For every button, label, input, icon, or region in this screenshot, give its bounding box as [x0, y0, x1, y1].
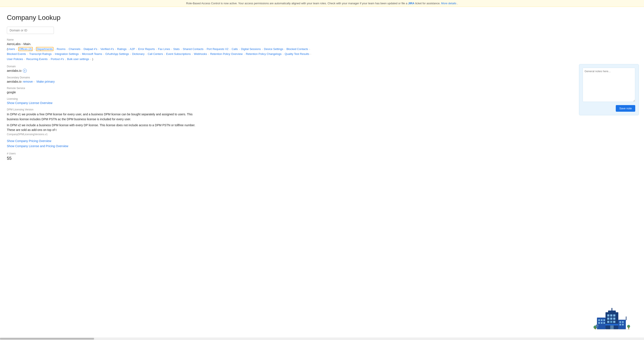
- save-note-button[interactable]: Save note: [616, 105, 635, 112]
- jira-link[interactable]: JIRA: [408, 2, 414, 5]
- remove-domain-link[interactable]: remove: [23, 80, 33, 83]
- nav-link-fax-lines[interactable]: Fax Lines: [158, 47, 170, 51]
- nav-link-oauthapp-settings[interactable]: OAuthApp Settings: [105, 52, 129, 55]
- show-license-pricing-link[interactable]: Show Company License and Pricing Overvie…: [7, 144, 314, 148]
- page-title: Company Lookup: [7, 14, 314, 21]
- name-label: Name: [7, 38, 314, 41]
- show-license-overview-link[interactable]: Show Company License Overview: [7, 101, 314, 105]
- nav-link-quality-test-results[interactable]: Quality Test Results: [285, 52, 309, 55]
- nav-link-calls[interactable]: Calls: [232, 47, 238, 51]
- notes-textarea[interactable]: [582, 68, 635, 102]
- show-pricing-overview-link[interactable]: Show Company Pricing Overview: [7, 139, 314, 143]
- nav-link-retention-policy-overview[interactable]: Retention Policy Overview: [210, 52, 243, 55]
- main-content: Company Lookup Name AeroLabs - Main. (Us…: [0, 7, 321, 168]
- search-input[interactable]: [7, 27, 54, 34]
- dpm-licensing-label: DPM Licensing Version: [7, 108, 314, 111]
- dpm-text-1: In DPM v1 we provide a free DPM license …: [7, 112, 199, 122]
- nav-link-ratings[interactable]: Ratings: [117, 47, 126, 51]
- nav-link-call-centers[interactable]: Call Centers: [148, 52, 163, 55]
- nav-link-shared-contacts[interactable]: Shared Contacts: [183, 47, 204, 51]
- company-name: AeroLabs - Main.: [7, 42, 314, 46]
- domain-text: aerolabs.io: [7, 69, 22, 72]
- dpm-version-tag: CompanyDPMLicensingVersions.v1: [7, 133, 314, 136]
- notes-panel: Save note: [579, 64, 639, 115]
- nav-link-device-settings[interactable]: Device Settings: [264, 47, 283, 51]
- more-details-link[interactable]: More details: [441, 2, 456, 5]
- users-label: # Users: [7, 152, 314, 155]
- nav-link-event-subscriptions[interactable]: Event Subscriptions: [166, 52, 191, 55]
- notification-banner: Role-Based Access Control is now active.…: [0, 0, 644, 7]
- banner-text: Role-Based Access Control is now active.…: [186, 2, 408, 5]
- nav-link-transcript-ratings[interactable]: Transcript Ratings: [29, 52, 52, 55]
- nav-link-rooms[interactable]: Rooms: [57, 47, 66, 51]
- nav-link-blocked-events[interactable]: Blocked Events: [7, 52, 26, 55]
- dpm-text-2: In DPM v2 we include a business DPM lice…: [7, 123, 199, 132]
- banner-middle-text: ticket for assistance.: [414, 2, 441, 5]
- nav-link-bulk-user-settings[interactable]: Bulk user settings: [67, 57, 89, 61]
- nav-link-a2p[interactable]: A2P: [130, 47, 135, 51]
- nav-link-dialpad-numbers[interactable]: Dialpad #'s: [84, 47, 97, 51]
- nav-link-departments[interactable]: Departments: [37, 47, 52, 51]
- nav-link-webhooks[interactable]: Webhooks: [194, 52, 207, 55]
- secondary-domain-row: aerolabs.ioremove · Make primary: [7, 80, 314, 83]
- nav-link-error-reports[interactable]: Error Reports: [138, 47, 155, 51]
- domain-label: Domain: [7, 65, 314, 68]
- nav-link-verified-numbers[interactable]: Verified #'s: [100, 47, 114, 51]
- nav-link-user-policies[interactable]: User Policies: [7, 57, 23, 61]
- nav-link-stats[interactable]: Stats: [173, 47, 180, 51]
- nav-link-blocked-contacts[interactable]: Blocked Contacts: [286, 47, 308, 51]
- nav-link-dictionary[interactable]: Dictionary: [132, 52, 144, 55]
- remote-service-label: Remote Service: [7, 87, 314, 90]
- users-count: 55: [7, 156, 314, 161]
- remote-service-value: google: [7, 91, 314, 94]
- nav-link-recurring-events[interactable]: Recurring Events: [26, 57, 48, 61]
- nav-link-retention-policy-changelogs[interactable]: Retention Policy Changelogs: [246, 52, 282, 55]
- licensing-label: Licensing: [7, 97, 314, 100]
- nav-link-offices[interactable]: Offices (2): [19, 47, 32, 51]
- secondary-domain-text: aerolabs.io: [7, 80, 22, 83]
- make-primary-link[interactable]: Make primary: [36, 80, 55, 83]
- nav-close-paren: ): [92, 57, 93, 61]
- nav-link-integration-settings[interactable]: Integration Settings: [55, 52, 79, 55]
- add-domain-icon[interactable]: +: [23, 69, 27, 73]
- nav-link-users[interactable]: Users: [8, 47, 15, 51]
- nav-link-portout-numbers[interactable]: Portout #'s: [51, 57, 64, 61]
- nav-link-microsoft-teams[interactable]: Microsoft Teams: [82, 52, 102, 55]
- nav-link-digital-sessions[interactable]: Digital Sessions: [241, 47, 261, 51]
- nav-link-channels[interactable]: Channels: [69, 47, 80, 51]
- nav-link-port-requests[interactable]: Port Requests V2: [206, 47, 228, 51]
- domain-value-row: aerolabs.io +: [7, 69, 314, 73]
- company-nav-links: (Users · Offices (2) · Departments · Roo…: [7, 47, 314, 61]
- secondary-domains-label: Secondary Domains: [7, 76, 314, 79]
